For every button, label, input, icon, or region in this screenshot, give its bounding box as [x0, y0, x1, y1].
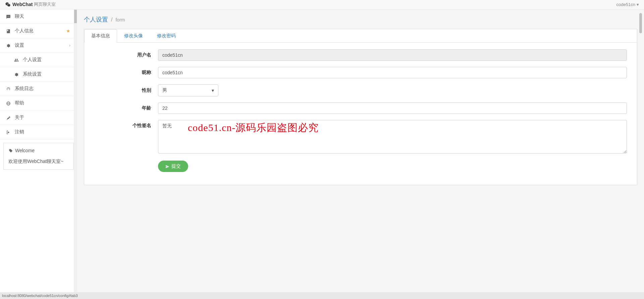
dashboard-icon [5, 86, 11, 91]
sidebar-scrollbar[interactable] [74, 9, 77, 292]
header: WebChat 网页聊天室 code51cn ▾ [0, 0, 644, 9]
form-panel: 基本信息 修改头像 修改密码 用户名 昵称 性别 [84, 29, 637, 185]
submit-button[interactable]: 提交 [158, 161, 188, 172]
age-label: 年龄 [94, 105, 158, 111]
main-scrollbar[interactable] [639, 13, 642, 289]
chevron-right-icon: › [69, 43, 70, 48]
nav-label: 系统设置 [23, 71, 42, 77]
nickname-label: 昵称 [94, 70, 158, 76]
caret-down-icon: ▾ [637, 2, 639, 7]
welcome-box: Welcome 欢迎使用WebChat聊天室~ [3, 143, 74, 170]
form: 用户名 昵称 性别 男 ▾ [84, 43, 637, 185]
breadcrumb-sub: form [115, 17, 125, 23]
nav-label: 设置 [15, 42, 24, 48]
nav-label: 个人设置 [23, 57, 42, 63]
nav-profile[interactable]: 个人信息 ★ [0, 24, 77, 38]
nav-about[interactable]: 关于 [0, 111, 77, 125]
gender-select[interactable]: 男 ▾ [158, 84, 218, 96]
header-left: WebChat 网页聊天室 [5, 1, 56, 7]
nav-label: 系统日志 [15, 86, 34, 92]
tab-basic-info[interactable]: 基本信息 [84, 29, 117, 43]
nav-label: 帮助 [15, 100, 24, 106]
nav-label: 关于 [15, 115, 24, 121]
nav-syslog[interactable]: 系统日志 [0, 82, 77, 96]
leaf-icon [5, 115, 11, 120]
cogs-icon [5, 43, 11, 48]
brand-subtitle: 网页聊天室 [34, 1, 56, 7]
signature-label: 个性签名 [94, 120, 158, 129]
chat-icon [5, 14, 11, 19]
main-content: 个人设置 / form 基本信息 修改头像 修改密码 用户名 昵称 [77, 9, 644, 292]
tabs: 基本信息 修改头像 修改密码 [84, 29, 637, 43]
tab-password[interactable]: 修改密码 [150, 29, 183, 43]
gender-value: 男 [162, 87, 167, 93]
username-label: 用户名 [94, 52, 158, 58]
nav-personal-settings[interactable]: 个人设置 [0, 53, 77, 67]
page-title: 个人设置 [84, 16, 108, 23]
breadcrumb-sep: / [111, 17, 112, 23]
send-icon [165, 164, 169, 169]
nav-label: 注销 [15, 129, 24, 135]
user-menu[interactable]: code51cn ▾ [616, 2, 639, 7]
user-name: code51cn [616, 2, 635, 7]
star-icon: ★ [66, 28, 70, 34]
brand-text: WebChat [12, 2, 33, 7]
gender-label: 性别 [94, 87, 158, 93]
username-input [158, 49, 627, 61]
signature-textarea[interactable] [158, 120, 627, 154]
book-icon [5, 28, 11, 34]
submit-label: 提交 [171, 163, 181, 169]
users-icon [13, 57, 19, 62]
nav-system-settings[interactable]: 系统设置 [0, 67, 77, 82]
age-input[interactable] [158, 102, 627, 114]
nav-logout[interactable]: 注销 [0, 125, 77, 139]
nav-label: 聊天 [15, 13, 24, 19]
nav-help[interactable]: 帮助 [0, 96, 77, 111]
sidebar: 聊天 个人信息 ★ 设置 › 个人设置 系统设置 [0, 9, 77, 292]
nav-label: 个人信息 [15, 28, 34, 34]
wechat-icon [5, 1, 11, 7]
breadcrumb: 个人设置 / form [84, 15, 637, 24]
caret-down-icon: ▾ [212, 88, 214, 93]
globe-icon [5, 100, 11, 106]
nav-settings[interactable]: 设置 › [0, 38, 77, 53]
welcome-message: 欢迎使用WebChat聊天室~ [8, 159, 69, 165]
nav-chat[interactable]: 聊天 [0, 9, 77, 24]
gear-icon [13, 72, 19, 77]
signout-icon [5, 129, 11, 135]
welcome-title: Welcome [15, 148, 35, 153]
tag-icon [8, 148, 13, 153]
nickname-input[interactable] [158, 67, 627, 78]
tab-avatar[interactable]: 修改头像 [117, 29, 150, 43]
